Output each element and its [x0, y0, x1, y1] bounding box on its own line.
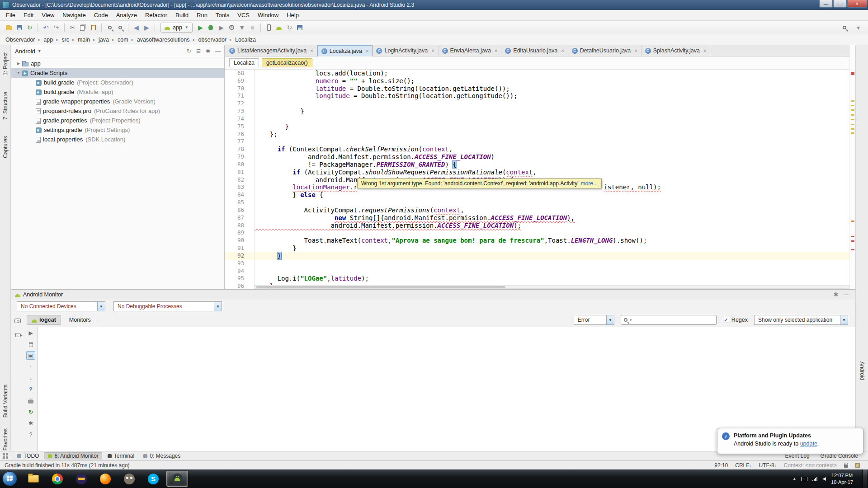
toolbar-menu-icon[interactable]: ▾: [853, 23, 863, 33]
stripe-mark[interactable]: [851, 128, 854, 130]
line-ending-indicator[interactable]: CRLF↕: [735, 462, 751, 469]
scrollbar-thumb[interactable]: [256, 286, 505, 288]
code-line[interactable]: 91 }: [225, 244, 855, 252]
update-link[interactable]: update: [800, 441, 817, 447]
code-line[interactable]: 76 };: [225, 131, 855, 138]
close-icon[interactable]: ×: [703, 48, 706, 53]
hide-panel-icon[interactable]: —: [844, 291, 849, 298]
stripe-mark[interactable]: [851, 114, 854, 116]
line-number[interactable]: 75: [225, 123, 255, 131]
taskbar-app-eclipse[interactable]: [71, 471, 92, 487]
menu-refactor[interactable]: Refactor: [141, 12, 171, 19]
line-number[interactable]: 80: [225, 161, 255, 169]
tool-window-button-android[interactable]: Android: [859, 361, 865, 380]
monitor-tab-monitors[interactable]: Monitors→: [65, 315, 104, 324]
line-number[interactable]: 96: [225, 282, 255, 289]
regex-checkbox[interactable]: ✓: [723, 317, 729, 323]
line-number[interactable]: 94: [225, 267, 255, 275]
app-filter-dropdown[interactable]: Show only selected application ▼: [754, 315, 848, 325]
breadcrumb-item[interactable]: com: [118, 37, 128, 43]
clear-logcat-icon[interactable]: [26, 340, 35, 348]
line-number[interactable]: 95: [225, 275, 255, 282]
code-line[interactable]: 79 android.Manifest.permission.ACCESS_FI…: [225, 153, 855, 161]
coverage-icon[interactable]: ▶: [216, 23, 226, 33]
line-number[interactable]: 77: [225, 138, 255, 145]
editor-tab-enviaalerta-java[interactable]: CEnviaAlerta.java×: [439, 45, 502, 56]
search-input[interactable]: [634, 317, 716, 323]
encoding-indicator[interactable]: UTF-8↕: [759, 462, 777, 469]
stripe-mark[interactable]: [851, 124, 854, 125]
line-number[interactable]: 72: [225, 100, 255, 108]
close-icon[interactable]: ×: [431, 48, 434, 53]
editor-tab-splashactivity-java[interactable]: CSplashActivity.java×: [642, 45, 711, 56]
breadcrumb-item[interactable]: src: [61, 37, 69, 43]
chevron-down-icon[interactable]: ▼: [629, 319, 632, 322]
tool-window-button-7-structure[interactable]: 7: Structure: [2, 92, 9, 120]
code-line[interactable]: 94: [225, 267, 855, 275]
hide-panel-icon[interactable]: —: [215, 48, 221, 54]
code-line[interactable]: 74: [225, 115, 855, 123]
redo-icon[interactable]: ↷: [51, 23, 61, 33]
code-line[interactable]: 89: [225, 229, 855, 237]
sync-icon[interactable]: ↻: [187, 48, 191, 54]
stripe-mark[interactable]: [851, 132, 854, 134]
editor-tab-localiza-java[interactable]: CLocaliza.java×: [317, 45, 373, 56]
undo-icon[interactable]: ↶: [41, 23, 51, 33]
close-icon[interactable]: ×: [561, 48, 564, 53]
breadcrumb-item[interactable]: Observador: [5, 37, 35, 43]
line-number[interactable]: 70: [225, 85, 255, 93]
network-icon[interactable]: [812, 477, 817, 481]
screen-record-icon[interactable]: [13, 330, 22, 338]
open-file-icon[interactable]: [4, 23, 14, 33]
taskbar-app-explorer[interactable]: [23, 471, 44, 487]
line-number[interactable]: 81: [225, 169, 255, 176]
code-line[interactable]: 77: [225, 138, 855, 145]
scroll-to-end-icon[interactable]: ▣: [26, 351, 35, 360]
line-number[interactable]: 90: [225, 237, 255, 244]
menu-code[interactable]: Code: [90, 12, 112, 19]
gradle-sync-icon[interactable]: ↻: [284, 23, 295, 33]
tree-item-gradle-properties[interactable]: gradle.properties(Project Properties): [11, 116, 224, 125]
run-icon[interactable]: ▶: [195, 23, 206, 33]
close-icon[interactable]: ×: [310, 48, 313, 53]
screenshot-icon[interactable]: [13, 316, 22, 324]
code-line[interactable]: 68 locs.add(location);: [225, 70, 855, 77]
code-line[interactable]: 75 }: [225, 123, 855, 131]
sdk-manager-icon[interactable]: [274, 23, 284, 33]
minimize-button[interactable]: —: [819, 0, 833, 8]
replace-icon[interactable]: [115, 23, 125, 33]
tooltip-more-link[interactable]: more...: [581, 180, 598, 187]
close-icon[interactable]: ×: [366, 48, 368, 54]
background-tasks-icon[interactable]: [855, 463, 860, 468]
code-line[interactable]: 73 }: [225, 108, 855, 115]
maximize-button[interactable]: □: [833, 0, 847, 8]
taskbar-app-skype[interactable]: S: [142, 471, 164, 487]
close-icon[interactable]: ×: [495, 48, 497, 53]
chevron-down-icon[interactable]: ▼: [606, 315, 614, 324]
menu-build[interactable]: Build: [171, 12, 193, 19]
tree-item-gradle-wrapper-properties[interactable]: gradle-wrapper.properties(Gradle Version…: [11, 97, 224, 106]
tool-window-button-terminal[interactable]: Terminal: [104, 452, 138, 460]
find-icon[interactable]: [104, 23, 115, 33]
menu-tools[interactable]: Tools: [212, 12, 233, 19]
code-line[interactable]: 92 }: [225, 252, 855, 260]
page-up-icon[interactable]: ↑: [26, 362, 35, 371]
close-button[interactable]: ×: [847, 0, 867, 8]
line-number[interactable]: 73: [225, 108, 255, 115]
line-number[interactable]: 87: [225, 214, 255, 222]
start-button[interactable]: [2, 471, 17, 486]
close-icon[interactable]: ×: [634, 48, 637, 53]
taskbar-app-android-studio[interactable]: [166, 471, 188, 487]
chevron-down-icon[interactable]: ▼: [214, 302, 222, 311]
paste-icon[interactable]: [88, 23, 99, 33]
back-icon[interactable]: ◀: [131, 23, 142, 33]
collapse-all-icon[interactable]: ⊟: [196, 48, 201, 54]
stripe-mark[interactable]: [851, 221, 854, 222]
chevron-down-icon[interactable]: ▼: [38, 49, 42, 53]
page-down-icon[interactable]: ↓: [26, 374, 35, 382]
save-all-icon[interactable]: [14, 23, 24, 33]
code-line[interactable]: 81 if (ActivityCompat.shouldShowRequestP…: [225, 169, 855, 176]
show-desktop-button[interactable]: [862, 469, 867, 488]
android-monitor-header[interactable]: Android Monitor ✱ —: [11, 290, 855, 300]
tray-expand-icon[interactable]: ▲: [793, 477, 796, 481]
